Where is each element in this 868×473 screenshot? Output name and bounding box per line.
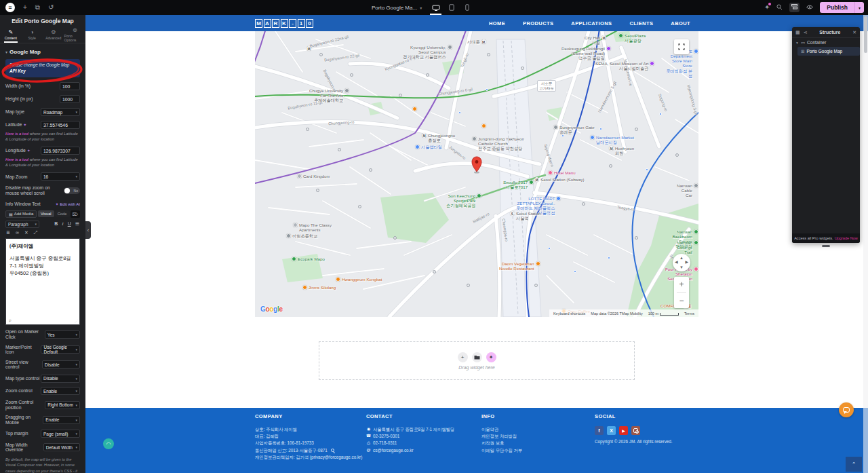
ai-generate-button[interactable]: ✦ <box>486 352 496 362</box>
field-select[interactable]: Page (small) <box>41 430 80 438</box>
latitude-input[interactable]: 37.5574546 <box>41 121 80 129</box>
map-poi-label[interactable]: MChungjeongno충정로 <box>422 133 455 143</box>
tab-porto-options[interactable]: ⊚Porto Options <box>64 27 86 43</box>
section-google-map[interactable]: ▾ Google Map <box>0 43 85 58</box>
map-poi-label[interactable]: MSeoul Station (Subway) <box>534 177 585 182</box>
map-poi-label[interactable]: M서대문 <box>467 39 486 44</box>
paragraph-format-select[interactable]: Paragraph <box>5 221 39 228</box>
nav-item-about[interactable]: ABOUT <box>671 20 690 26</box>
italic-button[interactable]: I <box>61 221 64 227</box>
field-select[interactable]: Disable <box>41 375 80 383</box>
map-poi-label[interactable]: 서울앱타일 <box>415 145 442 149</box>
channel-chat-icon[interactable]: ◠ <box>103 438 114 449</box>
preview-eye-icon[interactable] <box>806 4 813 11</box>
instagram-icon[interactable] <box>631 426 640 435</box>
close-icon[interactable]: ✕ <box>852 30 856 35</box>
publish-button[interactable]: Publish ▾ <box>820 2 864 13</box>
bold-button[interactable]: B <box>54 221 58 227</box>
keyboard-shortcuts-link[interactable]: Keyboard shortcuts <box>553 311 585 316</box>
nav-item-applications[interactable]: APPLICATIONS <box>571 20 612 26</box>
map-poi-label[interactable]: Sungnyemun Gate숭례문 <box>553 125 595 134</box>
close-tags-button[interactable]: ✕ <box>24 230 29 235</box>
add-element-icon[interactable]: + <box>23 4 27 11</box>
map-type-select[interactable]: Roadmap <box>41 108 80 116</box>
map-poi-label[interactable] <box>481 124 486 128</box>
map-poi-label[interactable]: MCity Hall시청 <box>585 35 606 45</box>
nav-item-products[interactable]: PRODUCTS <box>523 20 553 26</box>
template-folder-button[interactable] <box>472 352 482 362</box>
map-zoom-select[interactable]: 16 <box>41 172 80 181</box>
structure-panel-icon[interactable] <box>789 3 800 12</box>
link-icon[interactable]: ∞ <box>15 230 20 235</box>
x-twitter-icon[interactable]: X <box>607 426 616 435</box>
wheel-zoom-toggle[interactable]: No <box>64 187 80 194</box>
search-icon[interactable] <box>331 449 334 452</box>
upgrade-now-link[interactable]: Upgrade Now <box>835 236 858 240</box>
structure-resize-handle[interactable] <box>822 245 830 247</box>
visual-tab[interactable]: Visual <box>38 210 54 217</box>
underline-button[interactable]: U <box>67 221 72 227</box>
coords-tool-link[interactable]: Here is a tool <box>5 132 28 136</box>
facebook-icon[interactable]: f <box>595 426 604 435</box>
field-select[interactable]: Default Width <box>43 443 80 451</box>
longitude-input[interactable]: 126.9873307 <box>41 147 80 155</box>
map-poi-label[interactable]: Hotel Manu <box>548 170 576 175</box>
map-poi-label[interactable]: Seoullo 7017서울로7017 <box>503 180 534 189</box>
map-poi-label[interactable]: SSeoul Station서울역 <box>510 211 541 221</box>
field-select[interactable]: Right Bottom <box>45 401 80 409</box>
structure-item-porto-google-map[interactable]: ⊞ Porto Google Map <box>797 47 860 56</box>
map-poi-label[interactable]: Namsan Cable Car <box>675 183 698 197</box>
list-button[interactable]: ☰ <box>75 221 80 227</box>
field-select[interactable]: Disable <box>42 360 80 368</box>
page-icon[interactable]: ⧉ <box>35 4 40 11</box>
nav-item-clients[interactable]: CLIENTS <box>629 20 653 26</box>
footer-link[interactable]: 이메일 무단수집 거부 <box>481 447 522 454</box>
device-mobile-icon[interactable] <box>462 3 471 13</box>
publish-options-chevron-icon[interactable]: ▾ <box>854 2 864 13</box>
field-select[interactable]: Enable <box>41 387 80 395</box>
map-poi-label[interactable]: SeoulPlaza서울광장 <box>618 33 646 43</box>
map-poi-label[interactable]: Card Kingdom <box>297 174 330 178</box>
tab-advanced[interactable]: ⚙Advanced <box>43 27 64 43</box>
map-poi-label[interactable]: Jinms Sikdang <box>302 285 336 290</box>
mark10-logo[interactable]: MARK-10 <box>255 19 313 28</box>
blockquote-button[interactable]: ≣ <box>5 230 11 235</box>
drag-widget-dropzone[interactable]: + ✦ Drag widget here <box>319 341 635 380</box>
document-switcher[interactable]: Porto Google Ma...▾ <box>372 5 422 11</box>
zoom-out-button[interactable]: − <box>674 293 689 309</box>
editor-resize-handle[interactable]: ⋰ <box>75 319 78 323</box>
add-widget-button[interactable]: + <box>458 352 468 362</box>
footer-link[interactable]: 이용약관 <box>481 426 498 433</box>
chat-bubble-button[interactable] <box>839 402 854 417</box>
map-poi-label[interactable]: SEMA, Seoul Museum of Art서울시립미술관 <box>595 61 654 71</box>
ai-sparkle-icon[interactable]: ✦ <box>27 149 31 153</box>
info-window-editor[interactable]: (주)제이엠 서울특별시 중구 중림로8길 7-1 제이엠빌딩우04502 (중… <box>5 238 80 325</box>
youtube-icon[interactable]: ▶ <box>619 426 628 435</box>
map-poi-label[interactable] <box>412 107 417 111</box>
fullscreen-editor-icon[interactable]: ⤢ <box>33 230 39 235</box>
field-select[interactable]: Enable <box>43 416 80 424</box>
structure-expand-icon[interactable]: ⋖ <box>804 30 808 35</box>
footer-link[interactable]: 개인정보 처리방침 <box>481 433 517 440</box>
map-poi-label[interactable]: Mapo The ClassyApartments <box>293 223 332 232</box>
scrollbar-thumb[interactable] <box>864 16 867 53</box>
map-fullscreen-button[interactable] <box>674 39 689 54</box>
map-pan-control[interactable]: ▲▼ ◀▶ <box>673 254 690 271</box>
map-poi-label[interactable]: Ecopark Mapo <box>292 257 325 261</box>
ai-sparkle-icon[interactable]: ✦ <box>23 123 26 128</box>
map-poi-label[interactable]: Daom VegetarianNoodle Restaurant <box>499 261 540 271</box>
edit-with-ai-button[interactable]: ✦ Edit with AI <box>56 202 80 206</box>
map-poi-label[interactable]: Namsan Dulle-gil Trail <box>674 240 698 254</box>
terms-link[interactable]: Terms <box>684 311 694 316</box>
code-tab[interactable]: Code <box>55 210 70 217</box>
map-poi-label[interactable]: Hwanggeum Kongbat <box>336 277 382 282</box>
elementor-logo-icon[interactable]: ≡ <box>5 3 15 12</box>
history-icon[interactable]: ↺ <box>48 4 54 11</box>
device-tablet-icon[interactable] <box>447 3 456 13</box>
field-select[interactable]: Use Google Default <box>41 345 80 354</box>
coords-tool-link[interactable]: Here is a tool <box>5 157 28 162</box>
add-media-button[interactable]: ▤Add Media <box>5 210 37 218</box>
field-select[interactable]: Yes <box>45 330 80 339</box>
map-poi-label[interactable]: Deoksugung Doldamgil(Stone-wall Road)덕수궁… <box>561 46 611 60</box>
structure-item-container[interactable]: ▼ ▭ Container <box>792 38 860 47</box>
